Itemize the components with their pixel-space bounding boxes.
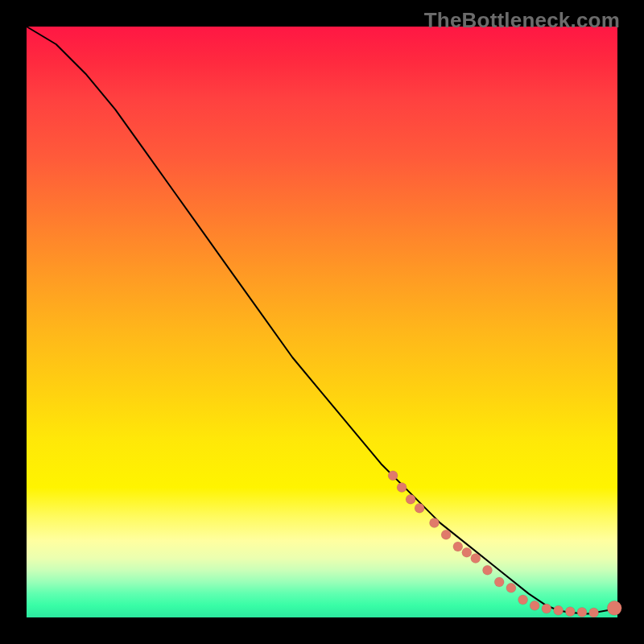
sample-dot — [471, 554, 481, 564]
sample-dot — [397, 483, 407, 493]
sample-dot — [589, 608, 599, 617]
sample-dot — [483, 565, 493, 575]
sample-dot — [430, 518, 440, 528]
sample-dot — [453, 542, 463, 551]
watermark-label: TheBottleneck.com — [424, 8, 620, 33]
sample-dot — [506, 583, 516, 592]
chart-plot-area — [27, 27, 617, 617]
sample-dot — [542, 604, 551, 613]
sample-dot — [441, 530, 451, 539]
sample-dot — [406, 494, 415, 504]
sample-dot — [518, 595, 528, 605]
chart-stage: TheBottleneck.com — [0, 0, 644, 644]
sample-dot — [415, 503, 424, 513]
sample-dot — [607, 601, 621, 615]
sample-dots-group — [388, 471, 621, 617]
sample-dot — [494, 577, 504, 587]
sample-dot — [462, 547, 472, 557]
chart-svg — [27, 27, 617, 617]
bottleneck-curve — [27, 27, 617, 614]
sample-dot — [565, 607, 575, 617]
sample-dot — [577, 607, 587, 617]
sample-dot — [530, 601, 539, 610]
sample-dot — [554, 605, 564, 615]
sample-dot — [388, 471, 398, 481]
